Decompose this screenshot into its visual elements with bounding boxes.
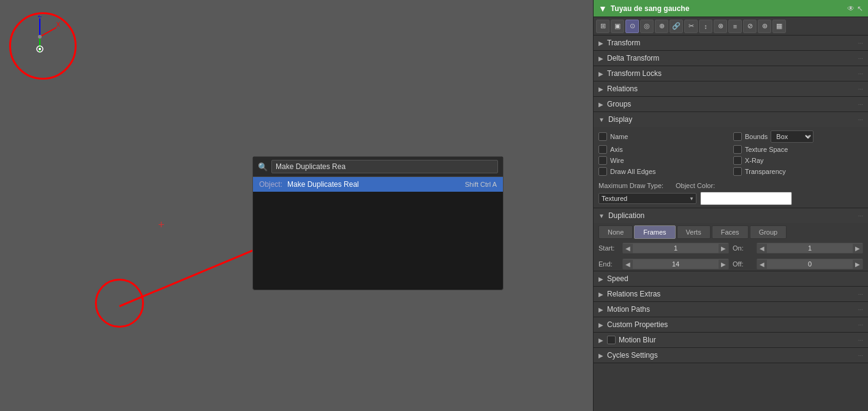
- section-cycles-header[interactable]: ▶ Cycles Settings ···: [594, 348, 868, 363]
- section-speed-header[interactable]: ▶ Speed: [594, 271, 868, 287]
- annotation-circle-topleft: [9, 12, 77, 80]
- section-motion-paths-header[interactable]: ▶ Motion Paths ···: [594, 302, 868, 317]
- end-decrement[interactable]: ◀: [623, 260, 633, 269]
- max-draw-select-wrap: Textured Solid Wire Bounds: [598, 193, 696, 204]
- dup-tab-frames[interactable]: Frames: [634, 225, 675, 239]
- section-cycles-triangle: ▶: [598, 352, 603, 359]
- dup-end-off-row: End: ◀ 14 ▶ Off: ◀ 0 ▶: [594, 257, 868, 271]
- on-increment[interactable]: ▶: [853, 244, 862, 253]
- section-locks-label: Transform Locks: [607, 69, 858, 78]
- dup-tab-verts[interactable]: Verts: [677, 225, 711, 239]
- search-empty-area: [253, 192, 503, 290]
- search-popup[interactable]: 🔍 Object: Make Duplicates Real Shift Ctr…: [252, 156, 504, 290]
- toolbar-icon-object[interactable]: ▣: [611, 20, 624, 33]
- dup-tab-none[interactable]: None: [598, 225, 633, 239]
- section-duplication-dots: ···: [858, 213, 863, 219]
- toolbar-icon-mesh[interactable]: ⊙: [625, 20, 639, 33]
- checkbox-texture-space[interactable]: [733, 145, 742, 154]
- section-relations-header[interactable]: ▶ Relations ···: [594, 81, 868, 96]
- section-display-dots: ···: [858, 116, 863, 123]
- section-motblur-dots: ···: [858, 337, 863, 344]
- section-transform-header[interactable]: ▶ Transform ···: [594, 36, 868, 50]
- off-input-wrap: ◀ 0 ▶: [757, 258, 863, 270]
- toolbar-icon-physics[interactable]: ≡: [728, 20, 742, 33]
- section-cycles-settings: ▶ Cycles Settings ···: [594, 348, 868, 363]
- cursor-icon[interactable]: ↖: [857, 4, 863, 13]
- checkbox-xray[interactable]: [733, 156, 742, 165]
- checkbox-name[interactable]: [598, 132, 607, 141]
- section-locks-dots: ···: [858, 70, 863, 77]
- result-shortcut: Shift Ctrl A: [465, 181, 497, 188]
- 3d-viewport[interactable]: Z X 🔍 O: [0, 0, 593, 411]
- on-decrement[interactable]: ◀: [757, 244, 767, 253]
- toolbar-icon-curve[interactable]: ◎: [640, 20, 654, 33]
- label-bounds: Bounds: [745, 133, 768, 140]
- section-groups-header[interactable]: ▶ Groups ···: [594, 97, 868, 111]
- dup-tab-faces[interactable]: Faces: [712, 225, 749, 239]
- section-motblur-header[interactable]: ▶ Motion Blur ···: [594, 333, 868, 347]
- toolbar-icon-material[interactable]: ⊕: [655, 20, 668, 33]
- off-decrement[interactable]: ◀: [757, 260, 767, 269]
- toolbar-icon-link[interactable]: 🔗: [670, 20, 683, 33]
- toolbar-icon-mod2[interactable]: ↕: [699, 20, 712, 33]
- label-texture-space: Texture Space: [745, 146, 788, 153]
- start-value: 1: [633, 243, 719, 253]
- section-relext-triangle: ▶: [598, 291, 603, 298]
- toolbar-icon-extra3[interactable]: ▦: [772, 20, 786, 33]
- search-result-item[interactable]: Object: Make Duplicates Real Shift Ctrl …: [253, 177, 503, 192]
- checkbox-draw-all-edges[interactable]: [598, 167, 607, 176]
- max-draw-values-row: Textured Solid Wire Bounds: [594, 192, 868, 208]
- label-axis: Axis: [610, 146, 623, 153]
- bounds-type-select[interactable]: Box: [771, 130, 813, 143]
- section-custprop-triangle: ▶: [598, 322, 603, 328]
- section-custprop-header[interactable]: ▶ Custom Properties ···: [594, 317, 868, 332]
- section-display-header[interactable]: ▼ Display ···: [594, 112, 868, 127]
- label-draw-all-edges: Draw All Edges: [610, 168, 656, 175]
- section-relext-dots: ···: [858, 291, 863, 298]
- checkbox-axis[interactable]: [598, 145, 607, 154]
- checkbox-bounds[interactable]: [733, 132, 742, 141]
- section-duplication-header[interactable]: ▼ Duplication ···: [594, 208, 868, 223]
- section-transform-label: Transform: [607, 39, 858, 47]
- checkbox-motion-blur[interactable]: [607, 336, 616, 344]
- section-relations-extras-header[interactable]: ▶ Relations Extras ···: [594, 287, 868, 301]
- off-label: Off:: [733, 260, 754, 268]
- off-increment[interactable]: ▶: [853, 260, 862, 269]
- visibility-icon[interactable]: 👁: [847, 4, 855, 13]
- checkbox-wire[interactable]: [598, 156, 607, 165]
- display-row-bounds: Bounds Box: [733, 130, 863, 143]
- dup-tab-group[interactable]: Group: [750, 225, 787, 239]
- display-row-draw-all-edges: Draw All Edges: [598, 167, 728, 176]
- toolbar-icon-mod1[interactable]: ✂: [684, 20, 698, 33]
- section-custprop-dots: ···: [858, 322, 863, 328]
- right-panel: ▼ Tuyau de sang gauche 👁 ↖ ⊞ ▣ ⊙ ◎ ⊕ 🔗 ✂…: [593, 0, 868, 411]
- checkbox-transparency[interactable]: [733, 167, 742, 176]
- section-groups-dots: ···: [858, 101, 863, 108]
- toolbar-icon-extra1[interactable]: ⊘: [743, 20, 757, 33]
- start-increment[interactable]: ▶: [719, 244, 728, 253]
- off-value: 0: [767, 259, 853, 269]
- section-delta-transform-header[interactable]: ▶ Delta Transform ···: [594, 51, 868, 66]
- max-draw-type-select[interactable]: Textured Solid Wire Bounds: [598, 193, 696, 204]
- object-color-box[interactable]: [700, 192, 792, 205]
- dup-start-on-row: Start: ◀ 1 ▶ On: ◀ 1 ▶: [594, 241, 868, 255]
- max-draw-type-label: Maximum Draw Type:: [598, 182, 672, 189]
- section-motpaths-dots: ···: [858, 306, 863, 313]
- end-input-wrap: ◀ 14 ▶: [622, 258, 729, 270]
- on-field-group: On: ◀ 1 ▶: [733, 243, 863, 254]
- toolbar-icon-particles[interactable]: ⊗: [714, 20, 727, 33]
- display-content: Name Bounds Box Axis Texture Space: [594, 127, 868, 179]
- section-display-triangle: ▼: [598, 116, 605, 123]
- toolbar-icon-extra2[interactable]: ⊛: [758, 20, 771, 33]
- toolbar-icon-grid[interactable]: ⊞: [596, 20, 609, 33]
- section-relations-dots: ···: [858, 86, 863, 92]
- search-input[interactable]: [271, 160, 498, 173]
- section-transform-dots: ···: [858, 40, 863, 47]
- section-transform-locks-header[interactable]: ▶ Transform Locks ···: [594, 66, 868, 81]
- panel-header-icon: ▼: [598, 4, 607, 13]
- start-decrement[interactable]: ◀: [623, 244, 633, 253]
- section-relations-extras: ▶ Relations Extras ···: [594, 287, 868, 302]
- section-display: ▼ Display ··· Name Bounds Box Axis: [594, 112, 868, 208]
- panel-header-icons: 👁 ↖: [847, 4, 863, 13]
- end-increment[interactable]: ▶: [719, 260, 728, 269]
